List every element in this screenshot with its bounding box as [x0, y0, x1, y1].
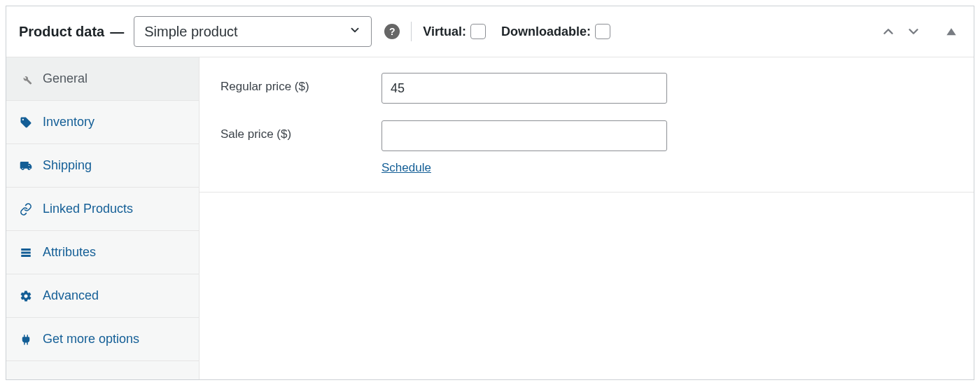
truck-icon [19, 159, 33, 173]
product-type-select[interactable]: Simple product [134, 16, 372, 47]
product-data-panel: Product data — Simple product ? Virtual:… [6, 6, 974, 380]
sale-price-label: Sale price ($) [220, 120, 382, 141]
side-tabs: General Inventory Shipping Linked Produc… [6, 57, 200, 379]
downloadable-label: Downloadable: [501, 24, 591, 39]
sale-price-row: Sale price ($) Schedule [220, 120, 953, 175]
virtual-checkbox[interactable] [470, 24, 486, 39]
downloadable-toggle[interactable]: Downloadable: [501, 24, 610, 39]
help-icon[interactable]: ? [384, 24, 400, 39]
tab-attributes[interactable]: Attributes [6, 231, 199, 274]
list-icon [19, 246, 33, 260]
panel-body: General Inventory Shipping Linked Produc… [6, 57, 974, 379]
schedule-link[interactable]: Schedule [382, 161, 667, 175]
tab-label: General [43, 71, 88, 86]
tab-shipping[interactable]: Shipping [6, 144, 199, 188]
tab-linked-products[interactable]: Linked Products [6, 188, 199, 231]
tab-label: Shipping [43, 158, 92, 173]
section-divider [200, 192, 974, 192]
regular-price-input[interactable] [382, 73, 667, 104]
collapse-icon[interactable] [941, 22, 961, 41]
virtual-toggle[interactable]: Virtual: [423, 24, 486, 39]
sale-price-input[interactable] [382, 120, 667, 151]
regular-price-label: Regular price ($) [220, 73, 382, 94]
tag-icon [19, 115, 33, 130]
panel-title: Product data [19, 24, 104, 40]
plug-icon [19, 332, 33, 346]
product-type-value: Simple product [144, 24, 237, 40]
downloadable-checkbox[interactable] [595, 24, 610, 39]
tab-advanced[interactable]: Advanced [6, 274, 199, 318]
tab-label: Inventory [43, 115, 94, 130]
title-dash: — [110, 24, 124, 40]
tab-label: Linked Products [43, 202, 133, 216]
svg-marker-0 [946, 28, 955, 35]
wrench-icon [19, 72, 33, 86]
tab-label: Attributes [43, 245, 96, 260]
tab-inventory[interactable]: Inventory [6, 101, 199, 144]
move-up-icon[interactable] [878, 22, 898, 41]
virtual-label: Virtual: [423, 24, 466, 39]
gear-icon [19, 289, 33, 303]
tab-label: Get more options [43, 332, 139, 346]
general-pane: Regular price ($) Sale price ($) Schedul… [200, 57, 974, 379]
panel-controls [878, 22, 961, 41]
tab-general[interactable]: General [6, 57, 199, 101]
chevron-down-icon [349, 24, 361, 39]
tab-get-more-options[interactable]: Get more options [6, 318, 199, 361]
panel-header: Product data — Simple product ? Virtual:… [6, 6, 974, 57]
move-down-icon[interactable] [904, 22, 923, 41]
regular-price-row: Regular price ($) [220, 73, 953, 104]
header-divider [411, 22, 412, 41]
link-icon [19, 202, 33, 216]
tab-label: Advanced [43, 288, 99, 303]
